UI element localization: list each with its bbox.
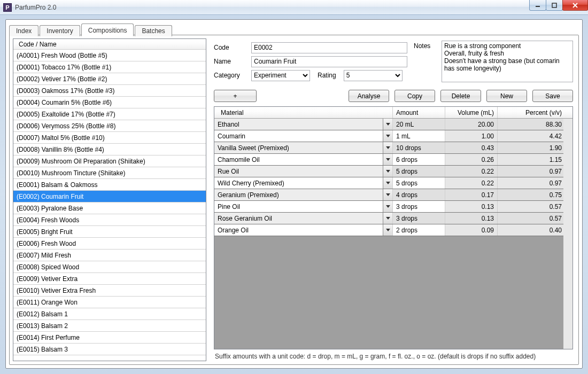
material-dropdown-button[interactable] — [383, 142, 392, 153]
material-cell[interactable]: Orange Oil — [214, 224, 393, 236]
table-row[interactable]: Rue Oil5 drops0.220.97 — [214, 166, 572, 177]
material-cell[interactable]: Coumarin — [214, 130, 393, 142]
grid-scrollbar[interactable] — [563, 119, 572, 349]
material-dropdown-button[interactable] — [383, 130, 392, 142]
grid-header-volume[interactable]: Volume (mL) — [445, 107, 498, 118]
amount-cell[interactable]: 3 drops — [393, 213, 445, 224]
compositions-list-pane: Code / Name (A0001) Fresh Wood (Bottle #… — [10, 35, 206, 364]
list-item[interactable]: (D0009) Mushroom Oil Preparation (Shiita… — [13, 155, 206, 167]
compositions-list-body[interactable]: (A0001) Fresh Wood (Bottle #5)(D0001) To… — [13, 50, 206, 361]
material-dropdown-button[interactable] — [383, 213, 392, 224]
list-item[interactable]: (D0002) Vetiver 17% (Bottle #2) — [13, 73, 206, 85]
list-item[interactable]: (E0008) Spiced Wood — [13, 261, 206, 273]
list-item[interactable]: (E0014) First Perfume — [13, 332, 206, 344]
window-minimize-button[interactable] — [529, 0, 546, 11]
composition-detail-pane: Code Name Category Experiment Rating 5 — [206, 35, 578, 364]
amount-cell[interactable]: 3 drops — [393, 201, 445, 212]
percent-cell: 0.57 — [498, 201, 572, 212]
material-dropdown-button[interactable] — [383, 224, 392, 236]
list-item[interactable]: (D0003) Oakmoss 17% (Bottle #3) — [13, 85, 206, 97]
list-item[interactable]: (E0004) Fresh Woods — [13, 214, 206, 226]
material-cell[interactable]: Rue Oil — [214, 166, 393, 177]
list-item[interactable]: (E0010) Vetiver Extra Fresh — [13, 285, 206, 297]
amount-cell[interactable]: 20 mL — [393, 119, 445, 130]
rating-select[interactable]: 5 — [344, 70, 403, 81]
list-item[interactable]: (E0009) Vetiver Extra — [13, 273, 206, 285]
save-button[interactable]: Save — [532, 90, 573, 102]
amount-cell[interactable]: 6 drops — [393, 154, 445, 165]
material-cell[interactable]: Geranium (Premixed) — [214, 189, 393, 200]
analyse-button[interactable]: Analyse — [349, 90, 389, 102]
list-item[interactable]: (A0001) Fresh Wood (Bottle #5) — [13, 50, 206, 61]
tab-batches[interactable]: Batches — [135, 25, 172, 36]
list-item[interactable]: (D0001) Tobacco 17% (Bottle #1) — [13, 61, 206, 73]
list-item[interactable]: (E0007) Mild Fresh — [13, 250, 206, 261]
table-row[interactable]: Geranium (Premixed)4 drops0.170.75 — [214, 189, 572, 201]
table-row[interactable]: Coumarin1 mL1.004.42 — [214, 130, 572, 142]
amount-cell[interactable]: 4 drops — [393, 189, 445, 200]
table-row[interactable]: Ethanol20 mL20.0088.30 — [214, 119, 572, 130]
list-item[interactable]: (D0005) Exaltolide 17% (Bottle #7) — [13, 108, 206, 120]
amount-cell[interactable]: 10 drops — [393, 142, 445, 153]
add-material-button[interactable]: + — [214, 90, 257, 102]
grid-header-percent[interactable]: Percent (v/v) — [498, 107, 572, 118]
delete-button[interactable]: Delete — [440, 90, 481, 102]
list-item[interactable]: (E0006) Fresh Wood — [13, 238, 206, 250]
list-item[interactable]: (E0002) Coumarin Fruit — [13, 191, 206, 202]
compositions-list-header[interactable]: Code / Name — [13, 39, 206, 50]
code-input[interactable] — [251, 42, 407, 53]
material-dropdown-button[interactable] — [383, 189, 392, 200]
list-item[interactable]: (E0012) Balsam 1 — [13, 308, 206, 320]
copy-button[interactable]: Copy — [394, 90, 435, 102]
material-cell[interactable]: Vanilla Sweet (Premixed) — [214, 142, 393, 153]
table-row[interactable]: Chamomile Oil6 drops0.261.15 — [214, 154, 572, 166]
svg-rect-1 — [552, 3, 556, 7]
grid-header-amount[interactable]: Amount — [393, 107, 445, 118]
material-dropdown-button[interactable] — [383, 119, 392, 130]
category-select[interactable]: Experiment — [251, 70, 310, 81]
list-item[interactable]: (D0004) Coumarin 5% (Bottle #6) — [13, 97, 206, 108]
material-cell[interactable]: Rose Geranium Oil — [214, 213, 393, 224]
volume-cell: 0.13 — [445, 201, 498, 212]
table-row[interactable]: Pine Oil3 drops0.130.57 — [214, 201, 572, 213]
amount-cell[interactable]: 2 drops — [393, 224, 445, 236]
notes-textarea[interactable] — [442, 41, 573, 82]
tab-inventory[interactable]: Inventory — [40, 25, 80, 36]
window-maximize-button[interactable] — [546, 0, 563, 11]
material-cell[interactable]: Chamomile Oil — [214, 154, 393, 165]
name-input[interactable] — [251, 56, 407, 67]
new-button[interactable]: New — [486, 90, 527, 102]
percent-cell: 4.42 — [498, 130, 572, 142]
table-row[interactable]: Rose Geranium Oil3 drops0.130.57 — [214, 213, 572, 224]
table-row[interactable]: Wild Cherry (Premixed)5 drops0.220.97 — [214, 177, 572, 189]
material-dropdown-button[interactable] — [383, 166, 392, 177]
window-close-button[interactable] — [562, 0, 588, 11]
amount-cell[interactable]: 5 drops — [393, 166, 445, 177]
material-cell[interactable]: Wild Cherry (Premixed) — [214, 177, 393, 189]
tab-compositions[interactable]: Compositions — [81, 24, 134, 36]
material-dropdown-button[interactable] — [383, 201, 392, 212]
tab-index[interactable]: Index — [9, 25, 38, 36]
material-cell[interactable]: Ethanol — [214, 119, 393, 130]
table-row[interactable]: Vanilla Sweet (Premixed)10 drops0.431.90 — [214, 142, 572, 154]
list-item[interactable]: (E0005) Bright Fruit — [13, 226, 206, 238]
list-item[interactable]: (E0003) Pyralone Base — [13, 202, 206, 214]
list-item[interactable]: (E0011) Orange Won — [13, 297, 206, 308]
material-cell[interactable]: Pine Oil — [214, 201, 393, 212]
list-item[interactable]: (E0001) Balsam & Oakmoss — [13, 179, 206, 191]
list-item[interactable]: (E0013) Balsam 2 — [13, 320, 206, 332]
material-dropdown-button[interactable] — [383, 177, 392, 189]
amount-cell[interactable]: 5 drops — [393, 177, 445, 189]
list-item[interactable]: (D0007) Maltol 5% (Bottle #10) — [13, 132, 206, 144]
list-item[interactable]: (D0008) Vanillin 8% (Bottle #4) — [13, 144, 206, 155]
list-item[interactable]: (D0010) Mushroom Tincture (Shiitake) — [13, 167, 206, 179]
table-row[interactable]: Orange Oil2 drops0.090.40 — [214, 224, 572, 236]
grid-header-material[interactable]: Material — [214, 107, 393, 118]
amount-cell[interactable]: 1 mL — [393, 130, 445, 142]
list-item[interactable]: (E0015) Balsam 3 — [13, 344, 206, 355]
notes-label: Notes — [414, 41, 437, 54]
category-label: Category — [214, 72, 249, 79]
material-dropdown-button[interactable] — [383, 154, 392, 165]
hint-text: Suffix amounts with a unit code: d = dro… — [214, 349, 573, 361]
list-item[interactable]: (D0006) Verymoss 25% (Bottle #8) — [13, 120, 206, 132]
